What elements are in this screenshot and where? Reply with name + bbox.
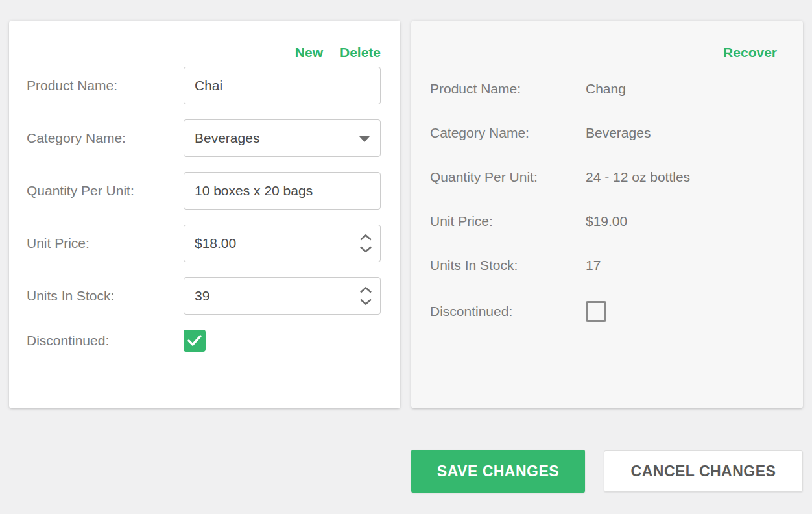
preview-product-name-row: Product Name: Chang — [430, 80, 777, 97]
preview-unit-price-label: Unit Price: — [430, 214, 586, 229]
page: New Delete Product Name: Category Name: … — [0, 0, 812, 514]
new-link[interactable]: New — [295, 44, 323, 61]
unit-price-row: Unit Price: — [27, 225, 381, 262]
delete-link[interactable]: Delete — [340, 44, 381, 61]
preview-product-name-label: Product Name: — [430, 81, 586, 97]
preview-category-name-row: Category Name: Beverages — [430, 125, 777, 141]
units-in-stock-label: Units In Stock: — [27, 288, 184, 304]
unit-price-spinners — [359, 234, 373, 254]
preview-category-name-value: Beverages — [586, 125, 651, 141]
save-changes-button[interactable]: SAVE CHANGES — [411, 450, 585, 493]
preview-units-in-stock-value: 17 — [586, 258, 601, 273]
discontinued-row: Discontinued: — [27, 330, 381, 352]
preview-unit-price-row: Unit Price: $19.00 — [430, 213, 777, 230]
preview-quantity-per-unit-row: Quantity Per Unit: 24 - 12 oz bottles — [430, 169, 777, 186]
check-icon — [187, 334, 202, 347]
recover-link[interactable]: Recover — [723, 44, 777, 61]
discontinued-label: Discontinued: — [27, 333, 184, 349]
cancel-changes-button[interactable]: CANCEL CHANGES — [604, 450, 803, 492]
quantity-per-unit-label: Quantity Per Unit: — [27, 183, 184, 199]
preview-units-in-stock-label: Units In Stock: — [430, 258, 586, 273]
preview-quantity-per-unit-label: Quantity Per Unit: — [430, 169, 586, 185]
preview-units-in-stock-row: Units In Stock: 17 — [430, 257, 777, 274]
units-in-stock-input[interactable] — [184, 277, 381, 315]
category-name-label: Category Name: — [27, 130, 184, 146]
category-select[interactable] — [184, 119, 381, 157]
discontinued-checkbox[interactable] — [184, 330, 206, 352]
preview-quantity-per-unit-value: 24 - 12 oz bottles — [586, 169, 690, 185]
quantity-per-unit-input[interactable] — [184, 172, 381, 210]
product-name-label: Product Name: — [27, 78, 184, 93]
product-name-input[interactable] — [184, 67, 381, 104]
preview-product-name-value: Chang — [586, 81, 626, 97]
preview-discontinued-row: Discontinued: — [430, 301, 777, 322]
preview-unit-price-value: $19.00 — [586, 214, 627, 229]
product-edit-card: New Delete Product Name: Category Name: … — [9, 21, 400, 408]
footer-actions: SAVE CHANGES CANCEL CHANGES — [411, 450, 803, 493]
preview-card-toolbar: Recover — [430, 44, 777, 61]
unit-price-label: Unit Price: — [27, 236, 184, 251]
spinner-up-icon[interactable] — [359, 286, 373, 295]
edit-card-toolbar: New Delete — [27, 44, 381, 61]
units-in-stock-row: Units In Stock: — [27, 277, 381, 315]
unit-price-input[interactable] — [184, 225, 381, 262]
spinner-down-icon[interactable] — [359, 298, 373, 306]
quantity-per-unit-row: Quantity Per Unit: — [27, 172, 381, 210]
product-name-row: Product Name: — [27, 67, 381, 104]
preview-discontinued-checkbox — [586, 301, 606, 322]
spinner-up-icon[interactable] — [359, 234, 373, 242]
spinner-down-icon[interactable] — [359, 245, 373, 254]
category-name-row: Category Name: — [27, 119, 381, 157]
units-in-stock-spinners — [359, 286, 373, 306]
preview-discontinued-label: Discontinued: — [430, 304, 586, 319]
preview-category-name-label: Category Name: — [430, 125, 586, 141]
product-preview-card: Recover Product Name: Chang Category Nam… — [411, 21, 803, 408]
